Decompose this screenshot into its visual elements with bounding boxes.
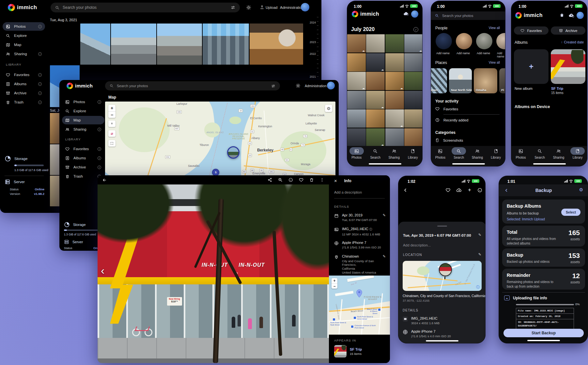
detail-row-location[interactable]: ChinatownCity and County of San Francisc…: [334, 254, 386, 274]
photo-thumbnail[interactable]: [385, 72, 404, 90]
minimap-zoom-controls[interactable]: +−: [332, 278, 337, 289]
start-backup-button[interactable]: Start Backup: [503, 329, 584, 337]
search-input[interactable]: Search your photos: [105, 81, 280, 90]
favorite-heart-icon[interactable]: [299, 178, 303, 182]
person-avatar[interactable]: [436, 33, 452, 49]
plus-icon[interactable]: +: [468, 187, 471, 193]
add-name-label[interactable]: Add name: [456, 52, 470, 55]
screenshots-row[interactable]: Screenshots: [435, 138, 463, 142]
photo-thumbnail[interactable]: [347, 72, 366, 90]
info-icon[interactable]: [288, 178, 293, 182]
photo-thumbnail[interactable]: [347, 91, 366, 109]
cloud-sync-icon[interactable]: [403, 11, 409, 16]
sheet-drag-handle[interactable]: [437, 226, 447, 227]
administration-link[interactable]: Administration: [280, 6, 304, 9]
photo-thumbnail[interactable]: [366, 109, 385, 128]
back-arrow-icon[interactable]: [102, 178, 107, 182]
add-name-label[interactable]: Add name: [436, 52, 450, 55]
filter-sliders-icon[interactable]: [271, 84, 275, 88]
sidebar-item-map[interactable]: Map: [62, 116, 104, 124]
photo-thumbnail[interactable]: [366, 53, 385, 71]
map-info-icon[interactable]: ⓘ: [476, 285, 480, 290]
sort-created-date[interactable]: ↑ Created date: [561, 40, 584, 44]
favorites-pill-button[interactable]: Favorites: [514, 26, 549, 35]
more-options-icon[interactable]: [320, 178, 324, 182]
photo-thumbnail[interactable]: [203, 24, 249, 65]
photo-thumbnail[interactable]: [250, 24, 303, 65]
appears-in-album[interactable]: SF Trip15 items: [334, 345, 362, 357]
photo-thumbnail[interactable]: [50, 113, 60, 144]
photo-thumbnail[interactable]: [80, 24, 110, 65]
user-avatar[interactable]: [411, 10, 418, 18]
photo-thumbnail[interactable]: [366, 34, 385, 53]
map-settings-button[interactable]: ⚙: [325, 105, 332, 112]
photo-thumbnail[interactable]: [50, 144, 60, 175]
favorite-heart-icon[interactable]: [445, 188, 451, 193]
place-card[interactable]: Near North Side: [449, 68, 472, 93]
share-icon[interactable]: [268, 178, 272, 182]
home-indicator[interactable]: [533, 163, 566, 165]
cloud-upload-icon[interactable]: [568, 13, 575, 18]
edit-pencil-icon[interactable]: ✎: [478, 233, 481, 237]
nav-library[interactable]: Library: [487, 146, 505, 166]
add-description-field[interactable]: Add description...: [403, 243, 431, 247]
cloud-download-icon[interactable]: [456, 188, 462, 192]
gear-icon[interactable]: ⚙: [579, 187, 583, 192]
sidebar-item-trash[interactable]: Trashi: [3, 98, 45, 106]
photo-thumbnail[interactable]: [404, 91, 423, 109]
place-card[interactable]: Pi: [499, 68, 505, 93]
sidebar-item-albums[interactable]: Albumsi: [62, 154, 104, 162]
sidebar-item-favorites[interactable]: Favoritesi: [3, 71, 45, 79]
user-avatar[interactable]: [577, 12, 584, 19]
viewer-photo[interactable]: IN-N-OUT IN-N-OUT 373 Now Hiring $18⁷⁵ ‹: [98, 184, 329, 363]
person-avatar[interactable]: [496, 33, 505, 49]
nav-photos[interactable]: Photos: [347, 146, 366, 166]
sidebar-item-sharing[interactable]: Sharingi: [3, 50, 45, 58]
photo-thumbnail[interactable]: [385, 109, 404, 128]
photo-thumbnail[interactable]: [404, 109, 423, 128]
location-map-card[interactable]: d - San Francisco Ferry B The Em ⓘ: [403, 261, 482, 291]
upload-icon[interactable]: [260, 5, 264, 9]
zoom-icon[interactable]: [278, 178, 283, 182]
search-input[interactable]: Search your photos: [51, 3, 240, 12]
place-card[interactable]: Chinatown: [431, 68, 447, 93]
select-button[interactable]: Select: [561, 209, 580, 216]
photo-thumbnail[interactable]: [157, 24, 202, 65]
nav-library[interactable]: Library: [568, 146, 587, 166]
sidebar-item-favorites[interactable]: Favoritesi: [62, 145, 104, 153]
location-mini-map[interactable]: Pier 45 FISHERMAN'S WHARF Beach Street L…: [329, 276, 390, 335]
recently-added-row[interactable]: Recently added: [435, 118, 468, 122]
photo-thumbnail[interactable]: [347, 34, 366, 53]
sidebar-item-sharing[interactable]: Sharingi: [62, 125, 104, 134]
sidebar-item-explore[interactable]: Explore: [3, 31, 45, 40]
photo-thumbnail[interactable]: [347, 128, 366, 147]
trash-icon[interactable]: [560, 13, 564, 18]
add-name-label[interactable]: Add name: [477, 52, 490, 55]
photo-thumbnail[interactable]: [347, 109, 366, 128]
sidebar-item-explore[interactable]: Explore: [62, 107, 104, 115]
photo-thumbnail[interactable]: [111, 24, 156, 65]
photo-thumbnail[interactable]: [366, 128, 385, 147]
map-location-toggle[interactable]: ⌀: [108, 130, 116, 137]
zoom-in-button[interactable]: +: [108, 105, 116, 111]
person-avatar[interactable]: [456, 33, 472, 49]
photo-thumbnail[interactable]: [404, 34, 423, 53]
nav-library[interactable]: Library: [404, 146, 423, 166]
photo-thumbnail[interactable]: [404, 72, 423, 90]
photo-thumbnail[interactable]: [50, 24, 80, 65]
photo-thumbnail[interactable]: [385, 128, 404, 147]
favorites-row[interactable]: Favorites: [435, 107, 458, 111]
photo-thumbnail[interactable]: [366, 91, 385, 109]
administration-link[interactable]: Administration: [305, 84, 327, 88]
album-card-sf-trip[interactable]: [551, 49, 585, 84]
home-indicator[interactable]: [527, 340, 560, 341]
detail-row-date[interactable]: Apr 30, 2019Tue, 6:07 PM GMT-07:00 ✎: [334, 213, 386, 222]
map-zoom-controls[interactable]: +−: [108, 105, 116, 118]
photo-thumbnail[interactable]: [385, 53, 404, 71]
filter-sliders-icon[interactable]: [231, 5, 235, 10]
map-cluster-marker[interactable]: 5: [212, 169, 219, 176]
sidebar-item-albums[interactable]: Albumsi: [3, 80, 45, 88]
photo-thumbnail[interactable]: [404, 128, 423, 147]
map-compass-control[interactable]: [108, 120, 116, 127]
person-avatar[interactable]: [476, 33, 492, 49]
